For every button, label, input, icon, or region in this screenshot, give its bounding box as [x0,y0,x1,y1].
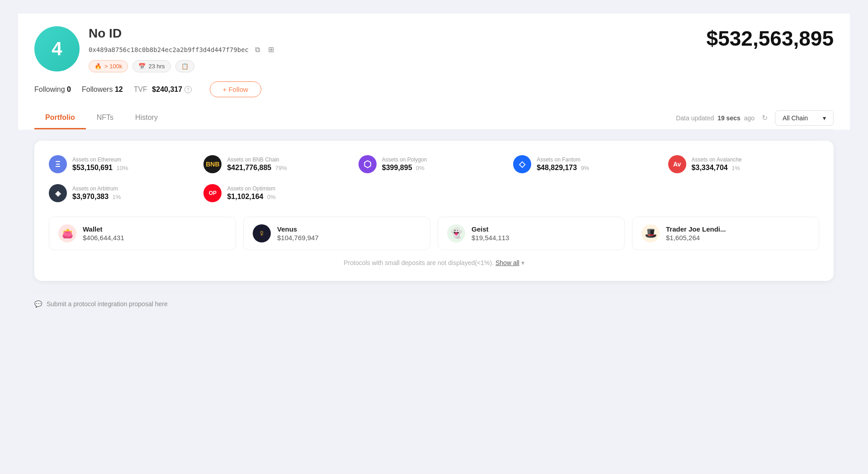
asset-bnb: BNB Assets on BNB Chain $421,776,885 79% [203,155,354,173]
arbitrum-label: Assets on Arbitrum [72,185,121,192]
protocol-wallet[interactable]: 👛 Wallet $406,644,431 [49,217,236,250]
asset-fantom: ◇ Assets on Fantom $48,829,173 9% [513,155,664,173]
ethereum-value: $53,150,691 10% [72,164,128,172]
points-badge: 🔥 > 100k [89,60,128,72]
tab-history[interactable]: History [124,106,169,129]
geist-protocol-name: Geist [472,225,509,233]
bnb-label: Assets on BNB Chain [227,156,287,163]
arbitrum-logo: ◈ [49,184,67,202]
optimism-value: $1,102,164 0% [227,193,275,201]
notes-badge: 📋 [175,60,194,72]
copy-address-button[interactable]: ⧉ [253,45,262,55]
wallet-protocol-name: Wallet [83,225,124,233]
traderjoe-protocol-name: Trader Joe Lendi... [666,225,726,233]
wallet-address: 0x489a8756c18c0b8b24ec2a2b9ff3d4d447f79b… [89,46,249,53]
protocol-geist[interactable]: 👻 Geist $19,544,113 [438,217,625,250]
bnb-value: $421,776,885 79% [227,164,287,172]
venus-logo: ♀ [253,224,271,242]
footer-proposal[interactable]: 💬 Submit a protocol integration proposal… [18,292,850,316]
geist-logo: 👻 [447,224,465,242]
bnb-logo: BNB [203,155,222,173]
wallet-protocol-value: $406,644,431 [83,234,124,242]
asset-avalanche: Av Assets on Avalanche $3,334,704 1% [668,155,819,173]
polygon-logo: ⬡ [359,155,377,173]
arbitrum-value: $3,970,383 1% [72,193,121,201]
flame-icon: 🔥 [94,63,102,70]
chat-icon: 💬 [34,300,42,308]
chevron-down-icon: ▾ [521,259,524,266]
tab-nfts[interactable]: NFTs [86,106,124,129]
followers-stat: Followers 12 [82,85,123,94]
traderjoe-logo: 🎩 [642,224,660,242]
polygon-label: Assets on Polygon [382,156,427,163]
tvf-help-icon[interactable]: ? [184,86,192,93]
profile-name: No ID [89,26,276,41]
asset-polygon: ⬡ Assets on Polygon $399,895 0% [359,155,509,173]
tab-portfolio[interactable]: Portfolio [34,106,86,129]
fantom-label: Assets on Fantom [537,156,589,163]
polygon-value: $399,895 0% [382,164,427,172]
avatar: 4 [34,26,80,71]
ethereum-logo: Ξ [49,155,67,173]
following-stat: Following 0 [34,85,71,94]
tvf-stat: TVF $240,317 ? [134,85,192,94]
follow-button[interactable]: + Follow [210,81,261,97]
venus-protocol-value: $104,769,947 [277,234,319,242]
traderjoe-protocol-value: $1,605,264 [666,234,726,242]
qr-code-button[interactable]: ⊞ [266,44,276,55]
optimism-logo: OP [203,184,222,202]
fantom-logo: ◇ [513,155,531,173]
protocol-traderjoe[interactable]: 🎩 Trader Joe Lendi... $1,605,264 [632,217,819,250]
asset-optimism: OP Assets on Optimism $1,102,164 0% [203,184,354,202]
avalanche-label: Assets on Avalanche [692,156,742,163]
chain-selector[interactable]: All Chain ▾ [775,110,834,126]
footer-proposal-text: Submit a protocol integration proposal h… [47,300,168,308]
small-deposits-note: Protocols with small deposits are not di… [49,259,819,266]
avalanche-value: $3,334,704 1% [692,164,742,172]
chevron-down-icon: ▾ [823,114,826,122]
total-portfolio-value: $532,563,895 [707,26,834,51]
assets-grid-row2: ◈ Assets on Arbitrum $3,970,383 1% OP As… [49,184,819,202]
time-badge: 📅 23 hrs [132,60,170,72]
document-icon: 📋 [181,63,189,70]
assets-grid-row1: Ξ Assets on Ethereum $53,150,691 10% BNB… [49,155,819,173]
fantom-value: $48,829,173 9% [537,164,589,172]
protocols-grid: 👛 Wallet $406,644,431 ♀ Venus $104,769,9… [49,217,819,250]
avalanche-logo: Av [668,155,686,173]
asset-arbitrum: ◈ Assets on Arbitrum $3,970,383 1% [49,184,200,202]
optimism-label: Assets on Optimism [227,185,275,192]
asset-ethereum: Ξ Assets on Ethereum $53,150,691 10% [49,155,200,173]
ethereum-label: Assets on Ethereum [72,156,128,163]
geist-protocol-value: $19,544,113 [472,234,509,242]
wallet-logo: 👛 [58,224,76,242]
calendar-icon: 📅 [138,63,146,70]
data-updated-text: Data updated 19 secs ago [676,114,755,122]
protocol-venus[interactable]: ♀ Venus $104,769,947 [243,217,430,250]
refresh-icon[interactable]: ↻ [762,114,768,122]
venus-protocol-name: Venus [277,225,319,233]
show-all-link[interactable]: Show all [495,259,519,266]
